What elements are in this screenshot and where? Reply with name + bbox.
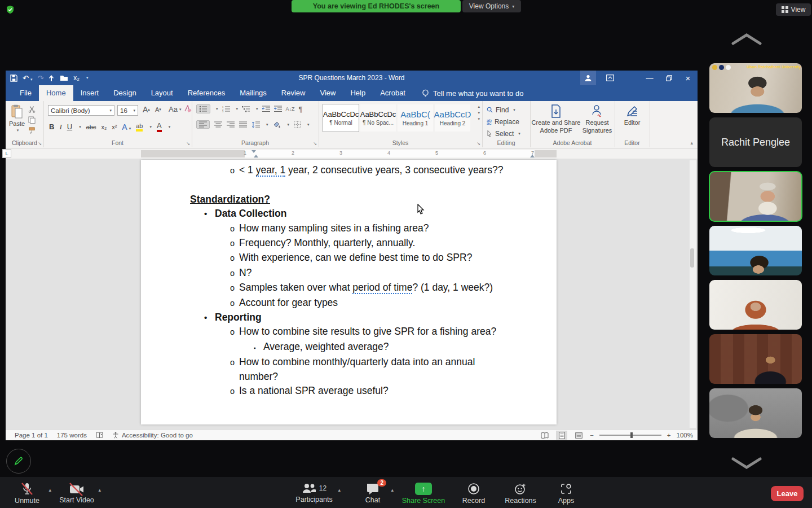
leave-button[interactable]: Leave (771, 486, 804, 501)
style-heading-1[interactable]: AaBbC(Heading 1 (398, 104, 433, 132)
tell-me-search[interactable]: Tell me what you want to do (422, 89, 523, 101)
hanging-indent-marker[interactable] (254, 155, 258, 157)
justify-button[interactable] (239, 121, 247, 128)
increase-indent-button[interactable] (274, 106, 282, 112)
styles-scroll-down[interactable]: ▾ (478, 111, 480, 115)
tab-home[interactable]: Home (39, 85, 73, 101)
participant-video-tile[interactable] (709, 388, 802, 438)
zoom-percentage[interactable]: 100% (677, 432, 693, 439)
collapse-ribbon-icon[interactable]: ▴ (690, 140, 693, 146)
print-layout-button[interactable] (556, 431, 567, 440)
style--no-spac-[interactable]: AaBbCcDc¶ No Spac... (360, 104, 396, 132)
touch-mode-icon[interactable] (48, 75, 55, 82)
style-heading-2[interactable]: AaBbCcDHeading 2 (435, 104, 470, 132)
save-icon[interactable] (10, 75, 17, 82)
borders-button[interactable] (294, 121, 301, 128)
find-button[interactable]: Find▾ (487, 104, 520, 115)
font-size-combo[interactable]: 16▾ (117, 105, 138, 116)
participant-video-tile[interactable] (709, 280, 802, 330)
superscript-button[interactable]: x² (112, 124, 117, 130)
select-button[interactable]: Select▾ (487, 128, 520, 139)
participants-button[interactable]: 12 Participants ▴ (283, 483, 345, 503)
italic-button[interactable]: I (59, 122, 61, 132)
web-layout-button[interactable] (573, 431, 584, 440)
participant-video-tile[interactable] (709, 226, 802, 275)
tab-view[interactable]: View (312, 85, 343, 101)
undo-icon[interactable]: ↶▾ (23, 74, 32, 82)
tab-references[interactable]: References (180, 85, 232, 101)
highlight-button[interactable]: ab (136, 122, 143, 132)
bold-button[interactable]: B (49, 122, 54, 131)
panel-scroll-down-icon[interactable] (729, 455, 765, 471)
zoom-slider-thumb[interactable] (630, 432, 633, 438)
zoom-slider[interactable] (599, 435, 661, 436)
vertical-scrollbar[interactable] (689, 160, 696, 428)
font-dialog-launcher[interactable]: ↘ (186, 141, 190, 146)
grow-font-button[interactable]: A▴ (143, 105, 150, 114)
tab-selector[interactable]: L (2, 149, 11, 158)
ribbon-display-options-icon[interactable] (602, 71, 619, 85)
annotate-button[interactable] (6, 449, 31, 474)
multilevel-list-button[interactable] (242, 106, 250, 112)
align-left-button[interactable] (196, 120, 210, 129)
font-color-button[interactable]: A (157, 121, 162, 132)
account-avatar[interactable] (580, 71, 596, 85)
replace-button[interactable]: abacReplace (487, 116, 520, 127)
participants-chevron[interactable]: ▴ (338, 487, 341, 493)
shrink-font-button[interactable]: A▾ (155, 106, 161, 113)
underline-button[interactable]: U (67, 122, 72, 131)
cut-icon[interactable] (28, 106, 36, 113)
sort-button[interactable]: A↓Z (286, 106, 295, 112)
font-name-combo[interactable]: Calibri (Body)▾ (48, 105, 114, 116)
participant-video-tile[interactable]: Ubon Ratchathani University (709, 63, 802, 113)
request-signatures-button[interactable]: RequestSignatures (581, 104, 614, 134)
tab-mailings[interactable]: Mailings (232, 85, 274, 101)
accessibility-status[interactable]: Accessibility: Good to go (112, 432, 193, 439)
open-folder-icon[interactable] (60, 75, 68, 81)
change-case-button[interactable]: Aa▾ (169, 105, 181, 113)
subscript-button[interactable]: x₂ (101, 124, 107, 130)
paste-button[interactable]: Paste▾ (9, 104, 25, 133)
styles-gallery-expand[interactable]: ▾ (478, 117, 480, 121)
participant-video-tile[interactable] (709, 334, 802, 384)
zoom-in-button[interactable]: + (667, 432, 671, 439)
close-button[interactable]: × (678, 71, 698, 85)
zoom-out-button[interactable]: − (590, 432, 594, 439)
tab-insert[interactable]: Insert (73, 85, 107, 101)
text-effects-button[interactable]: A▾ (122, 122, 131, 132)
apps-button[interactable]: Apps (535, 483, 597, 505)
page-count[interactable]: Page 1 of 1 (15, 432, 48, 439)
format-painter-icon[interactable] (28, 127, 36, 134)
editor-button[interactable]: Editor (620, 104, 644, 126)
styles-scroll-up[interactable]: ▴ (478, 104, 480, 109)
read-mode-button[interactable] (539, 431, 550, 440)
subscript-qat-icon[interactable]: x₂ (73, 74, 80, 82)
panel-scroll-up-icon[interactable] (729, 31, 765, 47)
styles-dialog-launcher[interactable]: ↘ (476, 141, 480, 146)
shading-button[interactable] (273, 121, 281, 128)
numbering-button[interactable]: 123 (222, 106, 231, 112)
align-center-button[interactable] (214, 121, 222, 128)
participant-name-tile[interactable]: Rachit Penglee (709, 117, 802, 167)
qat-customize-icon[interactable]: ▾ (86, 76, 89, 80)
minimize-button[interactable]: — (640, 71, 659, 85)
line-spacing-button[interactable] (251, 121, 260, 128)
tab-design[interactable]: Design (106, 85, 143, 101)
show-marks-button[interactable]: ¶ (299, 105, 303, 113)
security-shield-icon[interactable] (6, 5, 15, 14)
clear-formatting-button[interactable] (183, 105, 192, 113)
participant-video-tile[interactable] (709, 172, 802, 221)
proofing-icon[interactable] (96, 432, 103, 439)
restore-button[interactable] (659, 71, 678, 85)
strikethrough-button[interactable]: abc (86, 124, 96, 130)
document-page[interactable]: o< 1 year, 1 year, 2 consecutive years, … (141, 160, 557, 424)
tab-layout[interactable]: Layout (144, 85, 180, 101)
view-options-button[interactable]: View Options▾ (462, 0, 521, 12)
start-video-button[interactable]: Start Video ▴ (46, 483, 108, 504)
scrollbar-thumb[interactable] (690, 248, 694, 268)
tab-file[interactable]: File (12, 85, 39, 101)
word-count[interactable]: 175 words (57, 432, 87, 439)
paragraph-dialog-launcher[interactable]: ↘ (313, 141, 317, 146)
bullets-button[interactable] (196, 104, 210, 113)
decrease-indent-button[interactable] (262, 106, 270, 112)
